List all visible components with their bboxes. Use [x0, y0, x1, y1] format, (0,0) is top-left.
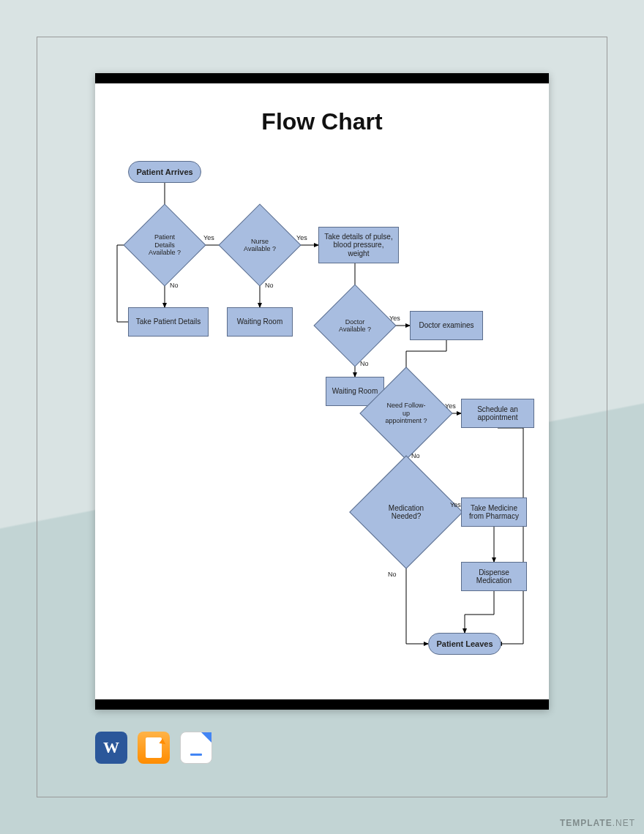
node-decision-nurse-label: Nurse Available ? — [233, 238, 286, 253]
node-dispense-medication-label: Dispense Medication — [465, 568, 523, 585]
flowchart-canvas: Patient Arrives Patient Details Availabl… — [117, 161, 527, 680]
node-take-medicine: Take Medicine from Pharmacy — [461, 497, 527, 527]
node-take-vitals: Take details of pulse, blood pressure, w… — [318, 227, 399, 263]
node-end-label: Patient Leaves — [436, 639, 493, 649]
edge-label-yes: Yes — [445, 402, 456, 410]
node-waiting-room-1-label: Waiting Room — [237, 318, 282, 326]
edge-label-no: No — [265, 282, 274, 289]
node-waiting-room-2-label: Waiting Room — [332, 387, 378, 396]
watermark: TEMPLATE.NET — [560, 818, 635, 828]
node-dispense-medication: Dispense Medication — [461, 562, 527, 591]
node-decision-nurse: Nurse Available ? — [231, 216, 289, 274]
node-decision-medication: Medication Needed? — [366, 472, 446, 552]
edge-label-yes: Yes — [450, 501, 461, 508]
edge-label-no: No — [388, 571, 397, 578]
node-decision-followup-label: Need Follow-up appointment ? — [376, 402, 436, 424]
node-decision-doctor: Doctor Available ? — [326, 296, 384, 355]
node-take-vitals-label: Take details of pulse, blood pressure, w… — [322, 233, 395, 258]
pages-pen-icon — [146, 737, 162, 758]
node-start: Patient Arrives — [128, 161, 201, 183]
edge-label-yes: Yes — [296, 234, 307, 241]
edge-label-no: No — [411, 452, 420, 459]
node-end: Patient Leaves — [428, 633, 501, 655]
word-icon[interactable]: W — [95, 732, 127, 764]
node-decision-patient-details: Patient Details Available ? — [135, 216, 194, 274]
watermark-brand: TEMPLATE — [560, 818, 613, 828]
edge-label-no: No — [170, 282, 179, 289]
node-take-medicine-label: Take Medicine from Pharmacy — [465, 504, 523, 521]
node-doctor-examines: Doctor examines — [410, 311, 483, 340]
page-top-bar — [95, 73, 549, 83]
node-decision-followup: Need Follow-up appointment ? — [373, 380, 439, 446]
node-schedule-appointment-label: Schedule an appointment — [465, 405, 531, 422]
edge-label-yes: Yes — [203, 234, 214, 241]
edge-label-no: No — [360, 360, 369, 367]
node-decision-medication-label: Medication Needed? — [369, 504, 443, 521]
edge-label-yes: Yes — [389, 315, 400, 322]
node-waiting-room-1: Waiting Room — [227, 307, 293, 337]
docs-corner-icon — [201, 732, 211, 743]
node-decision-patient-details-label: Patient Details Available ? — [138, 233, 191, 256]
format-icons-row: W — [95, 732, 212, 764]
google-docs-icon[interactable] — [180, 732, 212, 764]
page-title: Flow Chart — [95, 108, 549, 135]
node-doctor-examines-label: Doctor examines — [419, 321, 473, 330]
page-bottom-bar — [95, 699, 549, 710]
pages-icon[interactable] — [138, 732, 170, 764]
node-schedule-appointment: Schedule an appointment — [461, 399, 534, 428]
node-decision-doctor-label: Doctor Available ? — [329, 318, 381, 334]
watermark-suffix: .NET — [613, 818, 635, 828]
document-page: Flow Chart — [95, 73, 549, 710]
word-icon-label: W — [103, 738, 119, 757]
node-take-patient-details: Take Patient Details — [128, 307, 209, 337]
node-take-patient-details-label: Take Patient Details — [136, 318, 201, 326]
node-start-label: Patient Arrives — [136, 168, 192, 177]
